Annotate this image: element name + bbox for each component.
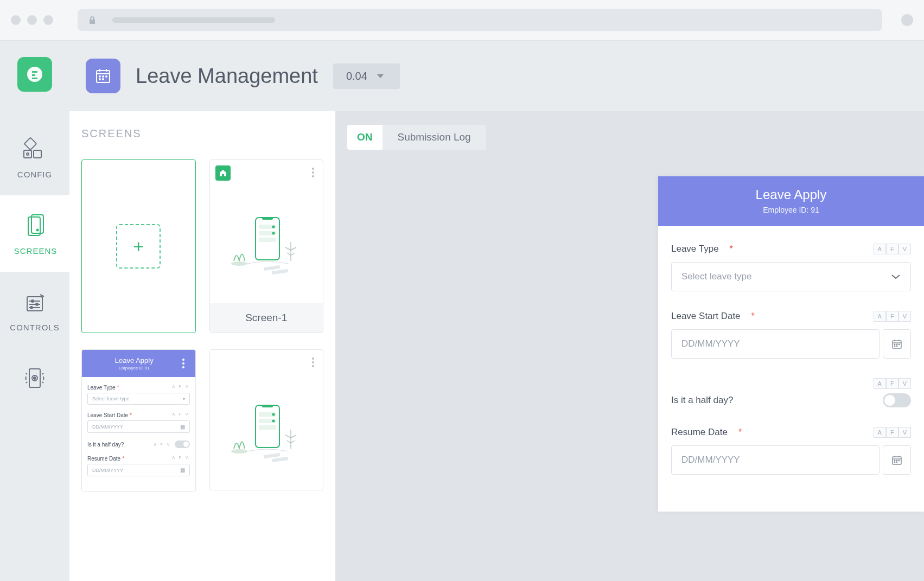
add-screen-card[interactable]: + (81, 159, 196, 333)
svg-point-53 (894, 346, 895, 346)
resume-date-label: Resume Date (671, 427, 728, 437)
start-date-label: Leave Start Date (671, 311, 741, 321)
required-star: * (730, 244, 733, 253)
half-day-field: A F V Is it a half day? (671, 378, 911, 407)
form-title: Leave Apply (669, 187, 913, 202)
svg-point-60 (896, 460, 897, 461)
svg-rect-2 (34, 150, 41, 158)
nav-screens-label: SCREENS (14, 246, 58, 256)
screen-card-preview[interactable]: Leave Apply Employee ID:91 Leave Type*A … (81, 349, 196, 492)
resume-date-input[interactable]: DD/MM/YYYY (671, 445, 880, 475)
leave-type-field: Leave Type* A F V Select leave type (671, 244, 911, 291)
profile-avatar[interactable] (901, 14, 913, 26)
svg-rect-38 (262, 405, 273, 407)
svg-point-26 (231, 261, 247, 266)
svg-point-24 (99, 79, 100, 80)
afv-tags[interactable]: A F V (874, 244, 911, 254)
mini-toggle (175, 440, 190, 448)
svg-rect-43 (259, 425, 276, 430)
minimize-dot[interactable] (27, 15, 37, 25)
calendar-icon (86, 59, 120, 93)
nav-config[interactable]: CONFIG (0, 119, 69, 195)
svg-point-36 (231, 449, 247, 454)
resume-date-field: Resume Date* A F V DD/MM/YYYY (671, 427, 911, 475)
version-value: 0.04 (346, 70, 367, 82)
svg-point-63 (896, 462, 897, 462)
svg-rect-33 (259, 238, 276, 242)
home-icon (215, 165, 231, 181)
url-bar[interactable] (78, 9, 882, 31)
canvas-area: ON Submission Log Leave Apply Employee I… (335, 111, 924, 581)
app-logo[interactable] (17, 57, 52, 92)
card-menu-icon[interactable] (309, 165, 317, 181)
calendar-icon (891, 339, 902, 349)
svg-point-52 (898, 344, 899, 344)
svg-point-21 (99, 76, 100, 77)
svg-point-32 (272, 232, 275, 235)
svg-point-61 (898, 460, 899, 461)
window-controls (11, 15, 53, 25)
maximize-dot[interactable] (43, 15, 53, 25)
svg-point-23 (106, 76, 107, 77)
preview-menu-icon[interactable] (179, 356, 188, 371)
half-day-toggle[interactable] (883, 393, 911, 407)
calendar-button[interactable] (883, 329, 911, 359)
svg-rect-34 (263, 265, 280, 271)
leave-type-select[interactable]: Select leave type (671, 262, 911, 291)
required-star: * (738, 427, 742, 437)
app-title: Leave Management (136, 65, 318, 88)
svg-point-40 (272, 413, 275, 416)
lock-icon (88, 16, 96, 24)
close-dot[interactable] (11, 15, 21, 25)
header-bar: Leave Management 0.04 (69, 41, 924, 111)
svg-rect-44 (263, 453, 280, 458)
required-star: * (751, 311, 755, 321)
screens-heading: SCREENS (81, 127, 323, 140)
afv-tags[interactable]: A F V (874, 378, 911, 389)
calendar-button[interactable] (883, 445, 911, 475)
half-day-label: Is it a half day? (671, 395, 733, 406)
svg-point-6 (36, 229, 38, 231)
submission-log-button[interactable]: Submission Log (383, 125, 486, 150)
form-header: Leave Apply Employee ID: 91 (658, 176, 924, 226)
afv-tags[interactable]: A F V (874, 311, 911, 322)
start-date-field: Leave Start Date* A F V DD/MM/YYYY (671, 311, 911, 359)
chevron-down-icon (377, 74, 384, 78)
svg-point-54 (896, 346, 897, 346)
svg-rect-0 (24, 138, 37, 150)
screen-card-2[interactable] (209, 349, 324, 490)
chevron-down-icon (891, 274, 901, 279)
plus-icon: + (116, 224, 161, 269)
sidebar: CONFIG SCREENS CONTROLS (0, 41, 69, 581)
screen-card-1[interactable]: Screen-1 (209, 159, 324, 333)
form-preview: Leave Apply Employee ID: 91 Leave Type* … (658, 176, 924, 512)
svg-point-50 (894, 344, 895, 344)
nav-controls-label: CONTROLS (10, 323, 59, 332)
card-menu-icon[interactable] (309, 355, 317, 369)
svg-rect-1 (24, 150, 31, 158)
nav-screens[interactable]: SCREENS (0, 195, 69, 272)
svg-point-13 (30, 307, 33, 309)
svg-point-59 (894, 460, 895, 461)
nav-preview[interactable] (0, 348, 69, 409)
version-selector[interactable]: 0.04 (333, 63, 400, 89)
start-date-input[interactable]: DD/MM/YYYY (671, 329, 880, 359)
nav-controls[interactable]: CONTROLS (0, 272, 69, 348)
svg-point-3 (27, 153, 29, 155)
afv-tags[interactable]: A F V (874, 427, 911, 438)
nav-config-label: CONFIG (17, 170, 52, 179)
browser-chrome (0, 0, 924, 41)
screen-thumbnail (210, 186, 323, 303)
svg-point-62 (894, 462, 895, 462)
svg-point-16 (34, 377, 36, 379)
svg-point-25 (103, 79, 104, 80)
url-text (112, 17, 275, 23)
screens-panel: SCREENS + (69, 111, 335, 581)
svg-point-11 (31, 300, 34, 302)
svg-point-30 (272, 226, 275, 228)
form-subtitle: Employee ID: 91 (669, 206, 913, 214)
svg-point-22 (103, 76, 104, 77)
calendar-icon (891, 455, 902, 465)
on-toggle-button[interactable]: ON (347, 125, 383, 150)
svg-rect-28 (262, 217, 273, 220)
